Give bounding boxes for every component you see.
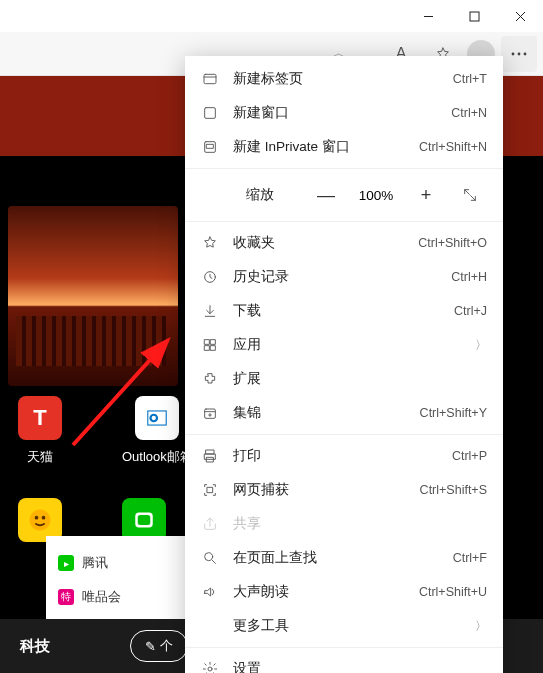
menu-separator [185,434,503,435]
tile-label: 天猫 [27,448,53,466]
zoom-out-button[interactable]: — [309,178,343,212]
menu-label: 集锦 [233,404,406,422]
svg-rect-26 [211,340,216,345]
tile-tmall[interactable]: T 天猫 [18,396,62,466]
zoom-label: 缩放 [201,186,299,204]
svg-point-10 [30,510,51,531]
menu-apps[interactable]: 应用 〉 [185,328,503,362]
zoom-in-button[interactable]: + [409,178,443,212]
menu-label: 新建标签页 [233,70,439,88]
menu-label: 扩展 [233,370,487,388]
zoom-value: 100% [353,188,399,203]
fullscreen-button[interactable] [453,178,487,212]
chevron-right-icon: 〉 [475,337,487,354]
chevron-right-icon: 〉 [475,618,487,635]
menu-shortcut: Ctrl+Shift+O [418,236,487,250]
menu-print[interactable]: 打印 Ctrl+P [185,439,503,473]
menu-settings[interactable]: 设置 [185,652,503,673]
svg-rect-28 [211,346,216,351]
tile-outlook[interactable]: Outlook邮箱 [122,396,193,466]
svg-rect-15 [138,515,151,525]
new-tab-icon [201,71,219,87]
apps-icon [201,337,219,353]
menu-shortcut: Ctrl+Shift+S [420,483,487,497]
svg-line-23 [471,196,476,201]
menu-label: 在页面上查找 [233,549,439,567]
collections-icon [201,405,219,421]
menu-web-capture[interactable]: 网页捕获 Ctrl+Shift+S [185,473,503,507]
menu-label: 历史记录 [233,268,437,286]
new-window-icon [201,105,219,121]
menu-label: 新建窗口 [233,104,437,122]
menu-separator [185,221,503,222]
settings-menu: 新建标签页 Ctrl+T 新建窗口 Ctrl+N 新建 InPrivate 窗口… [185,56,503,673]
menu-label: 打印 [233,447,438,465]
link-vip[interactable]: 特唯品会 [46,580,186,614]
inprivate-icon [201,139,219,155]
menu-shortcut: Ctrl+Shift+Y [420,406,487,420]
svg-rect-25 [205,340,210,345]
menu-shortcut: Ctrl+H [451,270,487,284]
menu-label: 设置 [233,660,487,673]
svg-rect-17 [204,74,216,83]
menu-shortcut: Ctrl+Shift+N [419,140,487,154]
print-icon [201,448,219,464]
tile-label: Outlook邮箱 [122,448,193,466]
tile-row-1: T 天猫 Outlook邮箱 [18,396,193,466]
maximize-button[interactable] [451,0,497,32]
customize-button[interactable]: ✎ 个 [130,630,188,662]
menu-shortcut: Ctrl+F [453,551,487,565]
close-button[interactable] [497,0,543,32]
svg-point-37 [205,553,213,561]
menu-label: 下载 [233,302,440,320]
svg-point-11 [35,516,39,520]
search-icon [201,550,219,566]
minimize-button[interactable] [405,0,451,32]
menu-new-tab[interactable]: 新建标签页 Ctrl+T [185,62,503,96]
link-label: 腾讯 [82,554,108,572]
svg-rect-21 [207,144,214,148]
history-icon [201,269,219,285]
menu-find[interactable]: 在页面上查找 Ctrl+F [185,541,503,575]
menu-favorites[interactable]: 收藏夹 Ctrl+Shift+O [185,226,503,260]
svg-rect-19 [205,108,216,119]
svg-rect-33 [206,450,214,454]
customize-label: 个 [160,637,173,655]
menu-label: 收藏夹 [233,234,404,252]
vip-icon: 特 [58,589,74,605]
menu-label: 共享 [233,515,487,533]
window-titlebar [0,0,543,32]
outlook-icon [135,396,179,440]
menu-shortcut: Ctrl+N [451,106,487,120]
svg-point-6 [524,52,527,55]
menu-separator [185,647,503,648]
menu-label: 网页捕获 [233,481,406,499]
menu-collections[interactable]: 集锦 Ctrl+Shift+Y [185,396,503,430]
menu-extensions[interactable]: 扩展 [185,362,503,396]
menu-shortcut: Ctrl+Shift+U [419,585,487,599]
gear-icon [201,661,219,673]
share-icon [201,516,219,532]
extensions-icon [201,371,219,387]
svg-point-39 [208,667,212,671]
menu-read-aloud[interactable]: 大声朗读 Ctrl+Shift+U [185,575,503,609]
svg-line-22 [465,190,470,195]
svg-line-38 [212,560,215,563]
svg-rect-27 [205,346,210,351]
menu-zoom: 缩放 — 100% + [185,173,503,217]
menu-new-inprivate[interactable]: 新建 InPrivate 窗口 Ctrl+Shift+N [185,130,503,164]
menu-label: 更多工具 [233,617,461,635]
menu-new-window[interactable]: 新建窗口 Ctrl+N [185,96,503,130]
background-photo [8,206,178,386]
menu-separator [185,168,503,169]
capture-icon [201,482,219,498]
more-menu-button[interactable] [501,36,537,72]
menu-more-tools[interactable]: 更多工具 〉 [185,609,503,643]
tencent-icon: ▸ [58,555,74,571]
menu-history[interactable]: 历史记录 Ctrl+H [185,260,503,294]
category-tech[interactable]: 科技 [20,637,50,656]
link-tencent[interactable]: ▸腾讯 [46,546,186,580]
menu-label: 应用 [233,336,461,354]
menu-downloads[interactable]: 下载 Ctrl+J [185,294,503,328]
svg-point-4 [512,52,515,55]
